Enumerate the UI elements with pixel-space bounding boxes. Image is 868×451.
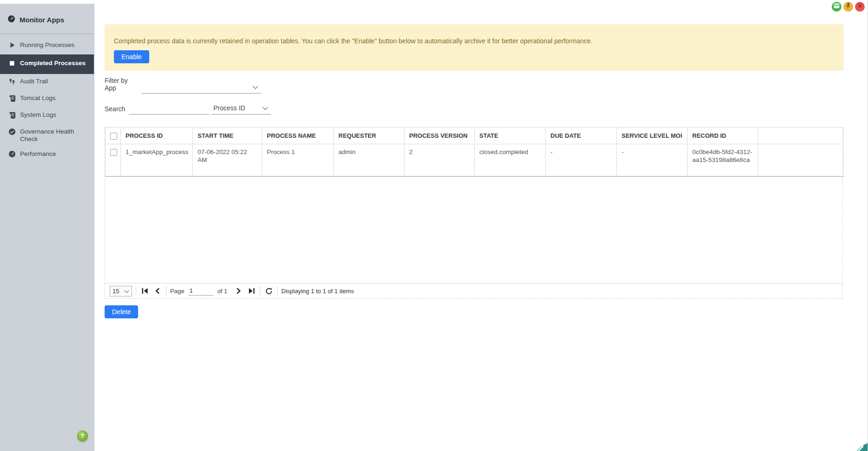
cell-state: closed.completed: [475, 144, 546, 176]
sidebar-item-completed-processes[interactable]: Completed Processes: [0, 54, 94, 74]
pager-separator: [136, 286, 136, 296]
page-of-label: of 1: [217, 288, 227, 295]
sidebar-item-audit-trail[interactable]: Audit Trail: [0, 74, 94, 91]
sidebar-title-label: Monitor Apps: [20, 16, 64, 24]
sidebar-item-label: Running Processes: [20, 41, 74, 49]
cell-requester: admin: [334, 144, 404, 176]
close-button[interactable]: [855, 2, 865, 12]
sidebar-item-governance-health-check[interactable]: Governance Health Check: [0, 124, 94, 147]
col-requester[interactable]: REQUESTER: [334, 128, 404, 144]
cell-service-level-monitor: -: [617, 144, 688, 176]
col-process-name[interactable]: PROCESS NAME: [262, 128, 334, 144]
filter-by-app-row: Filter by App: [105, 81, 261, 94]
pencil-icon: [858, 445, 864, 451]
filter-by-app-select[interactable]: [141, 81, 261, 94]
pin-icon: [843, 1, 853, 13]
search-field-select[interactable]: Process ID: [212, 102, 271, 114]
cell-record-id: 0c0be4db-5fd2-4312-aa15-53198a86e8ca: [688, 144, 758, 176]
page-size-select[interactable]: 15: [110, 286, 132, 296]
pager-separator: [277, 286, 278, 296]
cell-due-date: -: [546, 144, 617, 176]
col-empty: [758, 128, 844, 144]
filter-by-app-label: Filter by App: [105, 77, 140, 94]
edit-fab-button[interactable]: [853, 442, 868, 451]
pager-separator: [166, 286, 166, 296]
pager: 15 Page of 1 Dis: [105, 283, 842, 298]
page-size-value: 15: [113, 288, 119, 295]
cell-start-time: 07-06-2022 05:22 AM: [193, 144, 262, 176]
footprints-icon: [8, 78, 16, 87]
sidebar-nav: Running Processes Completed Processes Au…: [0, 34, 94, 163]
col-state[interactable]: STATE: [475, 128, 546, 144]
window-restore-icon: [832, 1, 841, 13]
stop-icon: [8, 60, 16, 69]
window-restore-button[interactable]: [832, 2, 841, 12]
sidebar-item-label: Performance: [20, 150, 56, 158]
cell-process-version: 2: [404, 144, 475, 176]
cell-process-id: 1_marketApp_process: [121, 144, 193, 176]
cell-empty: [758, 144, 844, 176]
enable-button[interactable]: Enable: [114, 50, 149, 63]
sidebar-header: Monitor Apps: [0, 4, 94, 34]
pager-summary: Displaying 1 to 1 of 1 items: [281, 288, 354, 295]
col-due-date[interactable]: DUE DATE: [546, 128, 617, 144]
search-input[interactable]: [129, 102, 209, 114]
sidebar-item-performance[interactable]: Performance: [0, 147, 94, 163]
select-all-checkbox[interactable]: [110, 133, 117, 140]
sidebar-item-running-processes[interactable]: Running Processes: [0, 38, 94, 54]
chevron-down-icon: [262, 104, 268, 112]
col-start-time[interactable]: START TIME: [193, 128, 262, 144]
processes-table: PROCESS ID START TIME PROCESS NAME REQUE…: [105, 127, 844, 177]
pager-separator: [260, 286, 260, 296]
first-page-icon[interactable]: [140, 286, 149, 296]
chevron-down-icon: [124, 288, 129, 295]
help-button[interactable]: ?: [77, 431, 88, 441]
app-window: Monitor Apps Running Processes Completed…: [0, 0, 868, 451]
search-row: Search Process ID: [105, 101, 271, 114]
next-page-icon[interactable]: [234, 286, 243, 296]
play-icon: [8, 41, 16, 51]
row-select-cell: [106, 144, 121, 176]
prev-page-icon[interactable]: [153, 286, 162, 296]
col-service-level-monitor[interactable]: SERVICE LEVEL MOI: [617, 128, 688, 144]
cell-process-name: Process 1: [262, 144, 334, 176]
archive-warning-banner: Completed process data is currently reta…: [105, 24, 844, 71]
gauge-icon: [8, 150, 16, 160]
last-page-icon[interactable]: [247, 286, 256, 296]
check-circle-icon: [8, 128, 16, 137]
select-all-cell: [106, 128, 121, 144]
refresh-icon[interactable]: [264, 286, 273, 296]
sidebar-item-label: Completed Processes: [20, 60, 86, 67]
scroll-icon: [8, 94, 16, 104]
sidebar-item-label: Audit Trail: [20, 78, 48, 85]
sidebar-item-system-logs[interactable]: System Logs: [0, 108, 94, 124]
grid-empty-area: [105, 177, 842, 283]
gauge-icon: [7, 15, 15, 24]
sidebar: Monitor Apps Running Processes Completed…: [0, 4, 94, 451]
row-checkbox[interactable]: [110, 149, 117, 156]
col-process-version[interactable]: PROCESS VERSION: [404, 128, 475, 144]
window-controls: [832, 2, 865, 12]
col-process-id[interactable]: PROCESS ID: [121, 128, 193, 144]
sidebar-item-tomcat-logs[interactable]: Tomcat Logs: [0, 91, 94, 108]
search-field-value: Process ID: [213, 104, 245, 112]
table-row[interactable]: 1_marketApp_process 07-06-2022 05:22 AM …: [106, 144, 844, 176]
table-header-row: PROCESS ID START TIME PROCESS NAME REQUE…: [106, 128, 844, 144]
scroll-icon: [8, 111, 16, 121]
chevron-down-icon: [252, 83, 258, 91]
sidebar-item-label: Governance Health Check: [20, 128, 90, 143]
banner-message: Completed process data is currently reta…: [114, 37, 592, 45]
search-label: Search: [105, 105, 127, 114]
page-number-input[interactable]: [188, 286, 213, 296]
pin-button[interactable]: [843, 2, 853, 12]
page-label: Page: [170, 288, 184, 295]
delete-button[interactable]: Delete: [105, 305, 138, 318]
completed-processes-grid: PROCESS ID START TIME PROCESS NAME REQUE…: [105, 127, 843, 299]
col-record-id[interactable]: RECORD ID: [688, 128, 758, 144]
sidebar-item-label: System Logs: [20, 111, 56, 119]
question-icon: ?: [81, 432, 85, 439]
sidebar-item-label: Tomcat Logs: [20, 94, 56, 102]
close-icon: [855, 1, 865, 13]
